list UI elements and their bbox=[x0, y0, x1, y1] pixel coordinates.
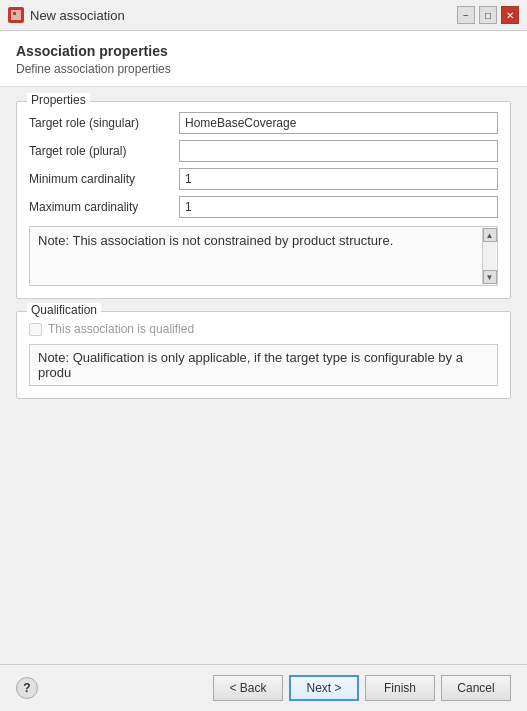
back-button[interactable]: < Back bbox=[213, 675, 283, 701]
properties-group: Properties Target role (singular) Target… bbox=[16, 101, 511, 299]
finish-button[interactable]: Finish bbox=[365, 675, 435, 701]
help-button[interactable]: ? bbox=[16, 677, 38, 699]
scroll-down-button[interactable]: ▼ bbox=[483, 270, 497, 284]
note-scrollbar[interactable]: ▲ ▼ bbox=[482, 228, 496, 284]
max-cardinality-input[interactable] bbox=[179, 196, 498, 218]
qualification-note-text: Note: Qualification is only applicable, … bbox=[38, 350, 463, 380]
footer: ? < Back Next > Finish Cancel bbox=[0, 664, 527, 711]
minimize-button[interactable]: − bbox=[457, 6, 475, 24]
footer-buttons: < Back Next > Finish Cancel bbox=[213, 675, 511, 701]
target-role-plural-input[interactable] bbox=[179, 140, 498, 162]
qualification-note: Note: Qualification is only applicable, … bbox=[29, 344, 498, 386]
target-role-singular-label: Target role (singular) bbox=[29, 116, 179, 130]
scroll-up-button[interactable]: ▲ bbox=[483, 228, 497, 242]
max-cardinality-row: Maximum cardinality bbox=[29, 196, 498, 218]
qualification-group-label: Qualification bbox=[27, 303, 101, 317]
properties-note-text: Note: This association is not constraine… bbox=[38, 233, 393, 248]
target-role-singular-input[interactable] bbox=[179, 112, 498, 134]
footer-left: ? bbox=[16, 677, 38, 699]
app-icon bbox=[8, 7, 24, 23]
svg-rect-1 bbox=[13, 12, 16, 15]
qualification-group: Qualification This association is qualif… bbox=[16, 311, 511, 399]
properties-group-label: Properties bbox=[27, 93, 90, 107]
window-title: New association bbox=[30, 8, 125, 23]
qualified-checkbox[interactable] bbox=[29, 323, 42, 336]
qualified-checkbox-row: This association is qualified bbox=[29, 322, 498, 336]
target-role-plural-row: Target role (plural) bbox=[29, 140, 498, 162]
min-cardinality-row: Minimum cardinality bbox=[29, 168, 498, 190]
close-button[interactable]: ✕ bbox=[501, 6, 519, 24]
window-controls: − □ ✕ bbox=[457, 6, 519, 24]
title-bar: New association − □ ✕ bbox=[0, 0, 527, 31]
target-role-singular-row: Target role (singular) bbox=[29, 112, 498, 134]
qualified-checkbox-label: This association is qualified bbox=[48, 322, 194, 336]
properties-note-box: Note: This association is not constraine… bbox=[29, 226, 498, 286]
min-cardinality-input[interactable] bbox=[179, 168, 498, 190]
restore-button[interactable]: □ bbox=[479, 6, 497, 24]
header-section: Association properties Define associatio… bbox=[0, 31, 527, 87]
page-subtitle: Define association properties bbox=[16, 62, 511, 76]
next-button[interactable]: Next > bbox=[289, 675, 359, 701]
title-bar-left: New association bbox=[8, 7, 125, 23]
min-cardinality-label: Minimum cardinality bbox=[29, 172, 179, 186]
page-title: Association properties bbox=[16, 43, 511, 59]
target-role-plural-label: Target role (plural) bbox=[29, 144, 179, 158]
cancel-button[interactable]: Cancel bbox=[441, 675, 511, 701]
main-content: Properties Target role (singular) Target… bbox=[0, 87, 527, 664]
max-cardinality-label: Maximum cardinality bbox=[29, 200, 179, 214]
